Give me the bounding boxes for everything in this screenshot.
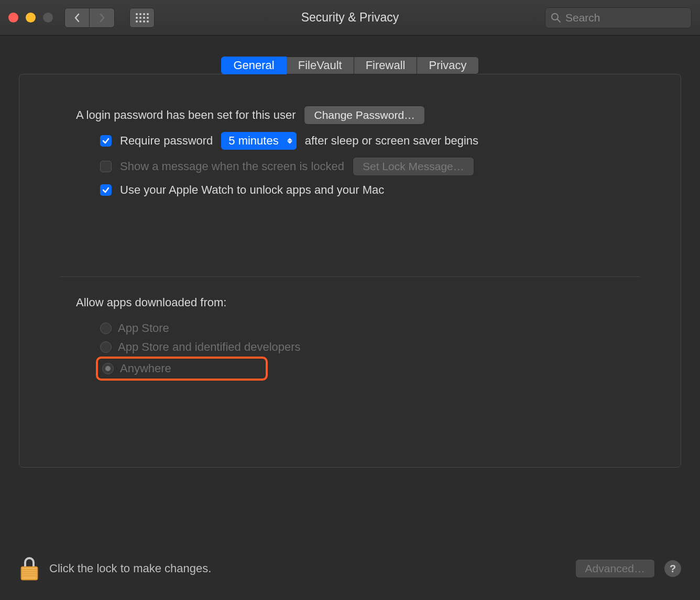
radio-identified[interactable] — [100, 341, 112, 353]
require-password-label: Require password — [120, 134, 213, 148]
radio-app-store-label: App Store — [118, 321, 169, 335]
minimize-window-button[interactable] — [26, 13, 36, 23]
popup-arrows-icon — [287, 138, 292, 144]
show-message-checkbox[interactable] — [100, 161, 112, 172]
require-password-delay-value: 5 minutes — [228, 134, 278, 148]
svg-point-0 — [552, 14, 558, 20]
tab-firewall[interactable]: Firewall — [354, 57, 418, 74]
show-message-row: Show a message when the screen is locked… — [76, 157, 624, 176]
password-set-label: A login password has been set for this u… — [76, 108, 296, 122]
radio-identified-label: App Store and identified developers — [118, 340, 301, 354]
radio-identified-row: App Store and identified developers — [76, 338, 624, 357]
svg-rect-3 — [22, 568, 37, 579]
search-field[interactable] — [545, 7, 692, 28]
tab-general[interactable]: General — [221, 57, 286, 74]
close-window-button[interactable] — [8, 13, 18, 23]
require-password-row: Require password 5 minutes after sleep o… — [76, 132, 624, 150]
chevron-left-icon — [74, 13, 80, 23]
chevron-right-icon — [99, 13, 105, 23]
grid-icon — [136, 13, 149, 23]
help-button[interactable]: ? — [664, 560, 681, 577]
footer-right: Advanced… ? — [575, 559, 681, 578]
window-controls — [8, 13, 53, 23]
apple-watch-row: Use your Apple Watch to unlock apps and … — [76, 183, 624, 197]
back-button[interactable] — [64, 8, 90, 28]
check-icon — [102, 137, 110, 145]
toolbar: Security & Privacy — [0, 0, 700, 36]
content-area: General FileVault Firewall Privacy A log… — [0, 36, 700, 468]
apple-watch-checkbox[interactable] — [100, 184, 112, 196]
allow-apps-heading-row: Allow apps downloaded from: — [76, 296, 624, 309]
change-password-button[interactable]: Change Password… — [304, 106, 425, 125]
radio-anywhere[interactable] — [102, 363, 114, 374]
require-password-delay-popup[interactable]: 5 minutes — [221, 132, 296, 150]
tab-privacy[interactable]: Privacy — [417, 57, 478, 74]
advanced-button[interactable]: Advanced… — [575, 559, 655, 578]
nav-buttons — [64, 8, 115, 28]
footer: Click the lock to make changes. Advanced… — [0, 537, 700, 600]
password-set-row: A login password has been set for this u… — [76, 106, 624, 125]
search-input[interactable] — [565, 12, 686, 24]
set-lock-message-button[interactable]: Set Lock Message… — [353, 157, 474, 176]
section-divider — [60, 276, 640, 277]
tab-filevault[interactable]: FileVault — [287, 57, 354, 74]
show-message-label: Show a message when the screen is locked — [120, 160, 344, 173]
svg-line-1 — [557, 19, 560, 22]
search-icon — [551, 13, 561, 23]
fullscreen-window-button[interactable] — [43, 13, 53, 23]
tab-bar: General FileVault Firewall Privacy — [19, 57, 681, 74]
require-password-suffix: after sleep or screen saver begins — [305, 134, 478, 148]
radio-anywhere-label: Anywhere — [120, 362, 171, 375]
allow-apps-heading: Allow apps downloaded from: — [76, 296, 226, 309]
forward-button[interactable] — [90, 8, 115, 28]
radio-app-store-row: App Store — [76, 319, 624, 338]
lock-text: Click the lock to make changes. — [49, 562, 211, 575]
radio-anywhere-highlight: Anywhere — [96, 357, 268, 381]
general-panel: A login password has been set for this u… — [19, 74, 681, 468]
radio-app-store[interactable] — [100, 323, 112, 334]
apple-watch-label: Use your Apple Watch to unlock apps and … — [120, 183, 384, 197]
lock-icon[interactable] — [19, 556, 40, 581]
require-password-checkbox[interactable] — [100, 135, 112, 147]
check-icon — [102, 186, 110, 194]
show-all-button[interactable] — [129, 8, 155, 28]
